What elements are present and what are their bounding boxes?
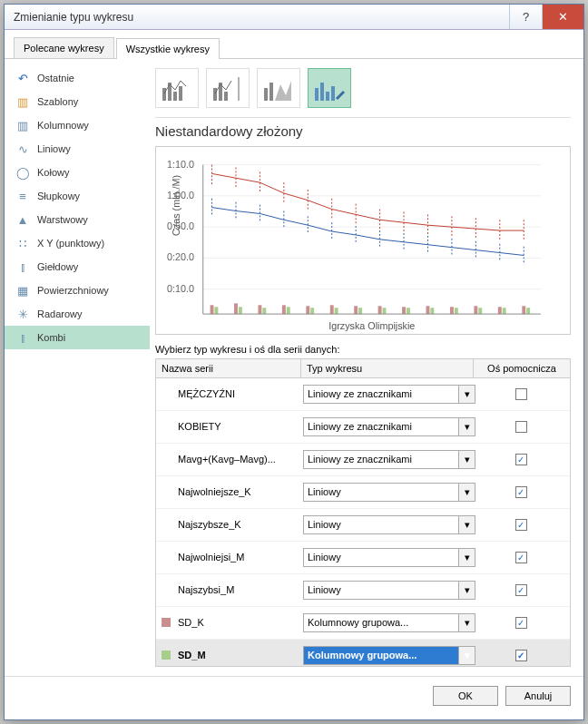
sidebar-item-label: Radarowy: [37, 308, 83, 319]
tab-all-charts[interactable]: Wszystkie wykresy: [116, 38, 220, 59]
series-row[interactable]: Najszybsi_MLiniowy▾✓: [156, 574, 570, 607]
series-row[interactable]: Najwolniejsze_KLiniowy▾✓: [156, 476, 570, 509]
series-row[interactable]: Mavg+(Kavg–Mavg)...Liniowy ze znacznikam…: [156, 444, 570, 476]
secondary-axis-checkbox[interactable]: ✓: [515, 454, 527, 465]
close-button[interactable]: ✕: [542, 5, 583, 29]
chevron-down-icon[interactable]: ▾: [458, 614, 475, 631]
help-button[interactable]: ?: [509, 5, 542, 29]
chevron-down-icon[interactable]: ▾: [458, 582, 475, 599]
svg-rect-2: [173, 92, 177, 101]
series-row[interactable]: KOBIETYLiniowy ze znacznikami▾: [156, 411, 570, 444]
chevron-down-icon[interactable]: ▾: [458, 647, 475, 664]
series-axis-cell: ✓: [475, 454, 566, 465]
series-type-cell: Liniowy ze znacznikami▾: [303, 450, 475, 469]
svg-rect-4: [213, 88, 217, 101]
sidebar-item-warstwowy[interactable]: ▲Warstwowy: [5, 208, 150, 231]
chart-type-icon: ∷: [15, 236, 30, 250]
subtype-title: Niestandardowy złożony: [155, 123, 571, 139]
sidebar-item-ostatnie[interactable]: ↶Ostatnie: [5, 66, 150, 90]
series-type-select[interactable]: Kolumnowy grupowa...▾: [303, 613, 475, 632]
series-list[interactable]: MĘŻCZYŹNILiniowy ze znacznikami▾KOBIETYL…: [155, 378, 571, 667]
series-row[interactable]: SD_KKolumnowy grupowa...▾✓: [156, 607, 570, 640]
sidebar-item-label: Liniowy: [37, 143, 71, 154]
series-type-select[interactable]: Liniowy▾: [303, 515, 475, 534]
chart-type-icon: ↶: [15, 71, 30, 85]
secondary-axis-checkbox[interactable]: [515, 388, 527, 400]
secondary-axis-checkbox[interactable]: ✓: [515, 486, 527, 498]
chevron-down-icon[interactable]: ▾: [458, 484, 475, 501]
svg-rect-13: [326, 92, 329, 101]
sidebar-item-radarowy[interactable]: ✳Radarowy: [5, 302, 150, 326]
chart-preview[interactable]: 1:10.0 1:00.0 0:50.0 0:20.0 0:10.0 Czas …: [155, 146, 571, 335]
combo-thumb-2[interactable]: [206, 68, 250, 108]
tab-recommended[interactable]: Polecane wykresy: [14, 37, 114, 58]
sidebar-item-szablony[interactable]: ▥Szablony: [5, 90, 150, 113]
svg-rect-77: [455, 308, 458, 314]
sidebar-item-s-upkowy[interactable]: ≡Słupkowy: [5, 184, 150, 208]
series-type-select[interactable]: Liniowy ze znacznikami▾: [303, 417, 475, 436]
chevron-down-icon[interactable]: ▾: [458, 549, 475, 566]
sidebar-item-kolumnowy[interactable]: ▥Kolumnowy: [5, 113, 150, 137]
series-type-select[interactable]: Kolumnowy grupowa...▾: [303, 646, 475, 665]
svg-rect-57: [214, 307, 218, 314]
series-row[interactable]: Najwolniejsi_MLiniowy▾✓: [156, 542, 570, 574]
series-type-select[interactable]: Liniowy▾: [303, 548, 475, 567]
svg-rect-78: [474, 306, 477, 314]
svg-rect-11: [315, 88, 318, 101]
svg-marker-10: [275, 81, 291, 101]
svg-text:Igrzyska Olimpijskie: Igrzyska Olimpijskie: [328, 320, 415, 331]
secondary-axis-checkbox[interactable]: ✓: [515, 552, 527, 563]
dialog-body: ↶Ostatnie▥Szablony▥Kolumnowy∿Liniowy◯Koł…: [5, 59, 583, 676]
sidebar-item-powierzchniowy[interactable]: ▦Powierzchniowy: [5, 279, 150, 302]
secondary-axis-checkbox[interactable]: [515, 421, 527, 433]
secondary-axis-checkbox[interactable]: ✓: [515, 584, 527, 596]
series-axis-cell: ✓: [475, 584, 566, 596]
series-row[interactable]: SD_MKolumnowy grupowa...▾✓: [156, 640, 570, 667]
chart-type-icon: ▥: [15, 94, 30, 109]
secondary-axis-checkbox[interactable]: ✓: [515, 650, 527, 661]
sidebar-item-x-y-punktowy-[interactable]: ∷X Y (punktowy): [5, 231, 150, 255]
series-name: KOBIETY: [176, 421, 303, 432]
series-swatch: [162, 618, 171, 627]
svg-rect-70: [378, 306, 382, 314]
sidebar-item-ko-owy[interactable]: ◯Kołowy: [5, 161, 150, 184]
series-swatch: [162, 520, 171, 529]
chevron-down-icon[interactable]: ▾: [458, 451, 475, 468]
series-header: Nazwa serii Typ wykresu Oś pomocnicza: [155, 358, 571, 378]
svg-rect-66: [330, 305, 334, 314]
combo-thumb-custom[interactable]: [308, 68, 351, 108]
sidebar-item-label: Giełdowy: [37, 261, 78, 272]
chart-type-icon: ⫿: [15, 330, 30, 345]
svg-rect-0: [162, 88, 166, 101]
series-row[interactable]: Najszybsze_KLiniowy▾✓: [156, 509, 570, 542]
series-type-select[interactable]: Liniowy▾: [303, 483, 475, 502]
series-type-cell: Liniowy ze znacznikami▾: [303, 385, 475, 404]
sidebar-item-label: X Y (punktowy): [37, 238, 104, 249]
col-secondary-axis[interactable]: Oś pomocnicza: [474, 359, 570, 377]
sidebar-item-label: Kołowy: [37, 167, 69, 178]
sidebar-item-liniowy[interactable]: ∿Liniowy: [5, 137, 150, 161]
series-row[interactable]: MĘŻCZYŹNILiniowy ze znacznikami▾: [156, 378, 570, 411]
svg-rect-71: [383, 308, 387, 314]
chart-type-icon: ▥: [15, 118, 30, 132]
col-series-name[interactable]: Nazwa serii: [156, 359, 301, 377]
chevron-down-icon[interactable]: ▾: [458, 418, 475, 435]
sidebar-item-gie-dowy[interactable]: ⫿Giełdowy: [5, 255, 150, 279]
titlebar[interactable]: Zmienianie typu wykresu ? ✕: [5, 5, 583, 30]
series-swatch: [162, 487, 171, 496]
chart-type-icon: ✳: [15, 307, 30, 321]
cancel-button[interactable]: Anuluj: [505, 686, 571, 706]
sidebar-item-kombi[interactable]: ⫿Kombi: [5, 326, 150, 349]
series-type-select[interactable]: Liniowy ze znacznikami▾: [303, 385, 475, 404]
ok-button[interactable]: OK: [433, 686, 498, 706]
chevron-down-icon[interactable]: ▾: [458, 386, 475, 403]
series-type-select[interactable]: Liniowy ze znacznikami▾: [303, 450, 475, 469]
chevron-down-icon[interactable]: ▾: [458, 516, 475, 533]
secondary-axis-checkbox[interactable]: ✓: [515, 519, 527, 531]
col-chart-type[interactable]: Typ wykresu: [301, 359, 474, 377]
series-axis-cell: ✓: [475, 552, 566, 563]
combo-thumb-3[interactable]: [257, 68, 300, 108]
series-type-select[interactable]: Liniowy▾: [303, 581, 475, 600]
secondary-axis-checkbox[interactable]: ✓: [515, 617, 527, 629]
combo-thumb-1[interactable]: [155, 68, 199, 108]
